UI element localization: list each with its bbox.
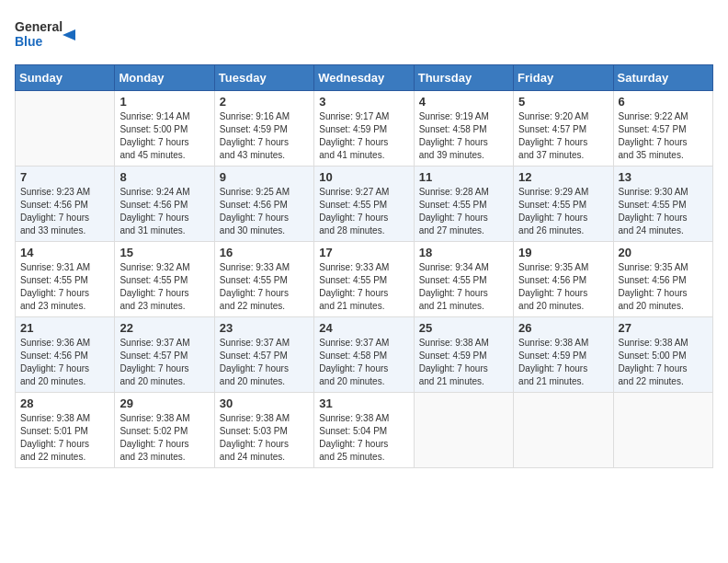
header-day-monday: Monday	[115, 65, 214, 91]
header-day-tuesday: Tuesday	[214, 65, 313, 91]
day-info: Sunrise: 9:28 AM Sunset: 4:55 PM Dayligh…	[419, 186, 508, 237]
day-number: 17	[319, 246, 408, 259]
day-info: Sunrise: 9:33 AM Sunset: 4:55 PM Dayligh…	[220, 261, 309, 313]
day-number: 12	[518, 170, 608, 184]
day-cell-26: 26Sunrise: 9:38 AM Sunset: 4:59 PM Dayli…	[514, 317, 613, 393]
day-info: Sunrise: 9:38 AM Sunset: 5:02 PM Dayligh…	[119, 412, 209, 464]
day-number: 6	[619, 95, 708, 109]
svg-text:Blue: Blue	[15, 34, 43, 49]
day-info: Sunrise: 9:16 AM Sunset: 4:59 PM Dayligh…	[220, 110, 309, 162]
day-number: 29	[119, 396, 209, 410]
day-cell-17: 17Sunrise: 9:33 AM Sunset: 4:55 PM Dayli…	[314, 242, 414, 317]
day-number: 1	[119, 95, 209, 109]
day-info: Sunrise: 9:27 AM Sunset: 4:55 PM Dayligh…	[319, 186, 408, 237]
week-row-3: 21Sunrise: 9:36 AM Sunset: 4:56 PM Dayli…	[16, 317, 713, 393]
day-number: 9	[220, 170, 309, 184]
calendar: SundayMondayTuesdayWednesdayThursdayFrid…	[15, 64, 713, 468]
day-cell-24: 24Sunrise: 9:37 AM Sunset: 4:58 PM Dayli…	[314, 317, 414, 393]
day-cell-3: 3Sunrise: 9:17 AM Sunset: 4:59 PM Daylig…	[314, 91, 414, 167]
day-cell-7: 7Sunrise: 9:23 AM Sunset: 4:56 PM Daylig…	[16, 167, 115, 242]
day-cell-30: 30Sunrise: 9:38 AM Sunset: 5:03 PM Dayli…	[214, 393, 313, 468]
day-info: Sunrise: 9:38 AM Sunset: 5:01 PM Dayligh…	[20, 412, 109, 464]
day-number: 27	[619, 321, 708, 335]
day-info: Sunrise: 9:38 AM Sunset: 4:59 PM Dayligh…	[419, 337, 508, 388]
day-info: Sunrise: 9:37 AM Sunset: 4:57 PM Dayligh…	[220, 337, 309, 388]
day-cell-9: 9Sunrise: 9:25 AM Sunset: 4:56 PM Daylig…	[214, 167, 313, 242]
day-number: 10	[319, 170, 408, 184]
week-row-0: 1Sunrise: 9:14 AM Sunset: 5:00 PM Daylig…	[16, 91, 713, 167]
day-cell-6: 6Sunrise: 9:22 AM Sunset: 4:57 PM Daylig…	[613, 91, 712, 167]
day-cell-8: 8Sunrise: 9:24 AM Sunset: 4:56 PM Daylig…	[115, 167, 214, 242]
day-number: 16	[220, 246, 309, 259]
day-cell-14: 14Sunrise: 9:31 AM Sunset: 4:55 PM Dayli…	[16, 242, 115, 317]
day-number: 11	[419, 170, 508, 184]
svg-marker-1	[63, 29, 75, 40]
day-number: 31	[319, 396, 408, 410]
day-cell-5: 5Sunrise: 9:20 AM Sunset: 4:57 PM Daylig…	[514, 91, 613, 167]
empty-cell	[514, 393, 613, 468]
day-info: Sunrise: 9:20 AM Sunset: 4:57 PM Dayligh…	[518, 110, 608, 162]
day-info: Sunrise: 9:19 AM Sunset: 4:58 PM Dayligh…	[419, 110, 508, 162]
svg-text:General: General	[15, 19, 63, 34]
day-info: Sunrise: 9:38 AM Sunset: 5:04 PM Dayligh…	[319, 412, 408, 464]
day-info: Sunrise: 9:23 AM Sunset: 4:56 PM Dayligh…	[20, 186, 109, 237]
day-number: 26	[518, 321, 608, 335]
day-info: Sunrise: 9:38 AM Sunset: 5:00 PM Dayligh…	[619, 337, 708, 388]
day-number: 13	[619, 170, 708, 184]
logo: General Blue	[15, 15, 97, 55]
day-info: Sunrise: 9:36 AM Sunset: 4:56 PM Dayligh…	[20, 337, 109, 388]
week-row-1: 7Sunrise: 9:23 AM Sunset: 4:56 PM Daylig…	[16, 167, 713, 242]
empty-cell	[16, 91, 115, 167]
day-info: Sunrise: 9:38 AM Sunset: 4:59 PM Dayligh…	[518, 337, 608, 388]
day-cell-15: 15Sunrise: 9:32 AM Sunset: 4:55 PM Dayli…	[115, 242, 214, 317]
day-number: 2	[220, 95, 309, 109]
day-info: Sunrise: 9:29 AM Sunset: 4:55 PM Dayligh…	[518, 186, 608, 237]
day-number: 4	[419, 95, 508, 109]
day-number: 21	[20, 321, 109, 335]
empty-cell	[414, 393, 513, 468]
day-info: Sunrise: 9:35 AM Sunset: 4:56 PM Dayligh…	[518, 261, 608, 313]
header-day-saturday: Saturday	[613, 65, 712, 91]
day-number: 24	[319, 321, 408, 335]
calendar-header-row: SundayMondayTuesdayWednesdayThursdayFrid…	[16, 65, 713, 91]
day-cell-21: 21Sunrise: 9:36 AM Sunset: 4:56 PM Dayli…	[16, 317, 115, 393]
day-cell-13: 13Sunrise: 9:30 AM Sunset: 4:55 PM Dayli…	[613, 167, 712, 242]
day-cell-10: 10Sunrise: 9:27 AM Sunset: 4:55 PM Dayli…	[314, 167, 414, 242]
day-info: Sunrise: 9:24 AM Sunset: 4:56 PM Dayligh…	[119, 186, 209, 237]
day-info: Sunrise: 9:30 AM Sunset: 4:55 PM Dayligh…	[619, 186, 708, 237]
day-number: 28	[20, 396, 109, 410]
header-day-friday: Friday	[514, 65, 613, 91]
week-row-4: 28Sunrise: 9:38 AM Sunset: 5:01 PM Dayli…	[16, 393, 713, 468]
day-info: Sunrise: 9:17 AM Sunset: 4:59 PM Dayligh…	[319, 110, 408, 162]
day-cell-16: 16Sunrise: 9:33 AM Sunset: 4:55 PM Dayli…	[214, 242, 313, 317]
header-day-thursday: Thursday	[414, 65, 513, 91]
day-cell-18: 18Sunrise: 9:34 AM Sunset: 4:55 PM Dayli…	[414, 242, 513, 317]
day-number: 7	[20, 170, 109, 184]
day-number: 25	[419, 321, 508, 335]
day-cell-25: 25Sunrise: 9:38 AM Sunset: 4:59 PM Dayli…	[414, 317, 513, 393]
day-info: Sunrise: 9:14 AM Sunset: 5:00 PM Dayligh…	[119, 110, 209, 162]
day-cell-31: 31Sunrise: 9:38 AM Sunset: 5:04 PM Dayli…	[314, 393, 414, 468]
day-cell-28: 28Sunrise: 9:38 AM Sunset: 5:01 PM Dayli…	[16, 393, 115, 468]
day-number: 5	[518, 95, 608, 109]
day-info: Sunrise: 9:25 AM Sunset: 4:56 PM Dayligh…	[220, 186, 309, 237]
day-cell-4: 4Sunrise: 9:19 AM Sunset: 4:58 PM Daylig…	[414, 91, 513, 167]
day-number: 15	[119, 246, 209, 259]
day-info: Sunrise: 9:37 AM Sunset: 4:58 PM Dayligh…	[319, 337, 408, 388]
day-number: 18	[419, 246, 508, 259]
day-info: Sunrise: 9:22 AM Sunset: 4:57 PM Dayligh…	[619, 110, 708, 162]
day-cell-12: 12Sunrise: 9:29 AM Sunset: 4:55 PM Dayli…	[514, 167, 613, 242]
day-number: 14	[20, 246, 109, 259]
day-cell-23: 23Sunrise: 9:37 AM Sunset: 4:57 PM Dayli…	[214, 317, 313, 393]
empty-cell	[613, 393, 712, 468]
day-info: Sunrise: 9:34 AM Sunset: 4:55 PM Dayligh…	[419, 261, 508, 313]
day-info: Sunrise: 9:35 AM Sunset: 4:56 PM Dayligh…	[619, 261, 708, 313]
header-day-wednesday: Wednesday	[314, 65, 414, 91]
day-cell-20: 20Sunrise: 9:35 AM Sunset: 4:56 PM Dayli…	[613, 242, 712, 317]
day-cell-2: 2Sunrise: 9:16 AM Sunset: 4:59 PM Daylig…	[214, 91, 313, 167]
day-info: Sunrise: 9:31 AM Sunset: 4:55 PM Dayligh…	[20, 261, 109, 313]
day-cell-1: 1Sunrise: 9:14 AM Sunset: 5:00 PM Daylig…	[115, 91, 214, 167]
day-number: 30	[220, 396, 309, 410]
day-cell-19: 19Sunrise: 9:35 AM Sunset: 4:56 PM Dayli…	[514, 242, 613, 317]
day-info: Sunrise: 9:33 AM Sunset: 4:55 PM Dayligh…	[319, 261, 408, 313]
